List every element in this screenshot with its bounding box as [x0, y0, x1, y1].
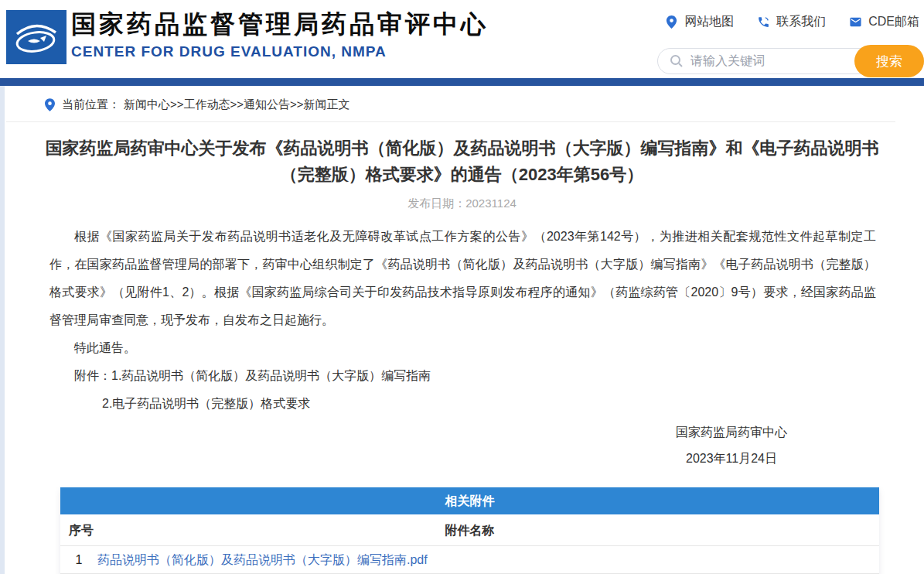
- sitemap-link[interactable]: 网站地图: [665, 14, 734, 30]
- attachment-list-line: 附件：1.药品说明书（简化版）及药品说明书（大字版）编写指南: [49, 362, 876, 390]
- article-paragraph: 根据《国家药监局关于发布药品说明书适老化及无障碍改革试点工作方案的公告》（202…: [49, 223, 876, 334]
- column-header-no: 序号: [69, 514, 94, 546]
- breadcrumb-label: 当前位置：: [62, 97, 120, 112]
- contact-us-link[interactable]: 联系我们: [757, 14, 826, 30]
- site-title-block: 国家药品监督管理局药品审评中心 CENTER FOR DRUG EVALUATI…: [71, 9, 489, 60]
- attachment-link[interactable]: 药品说明书（简化版）及药品说明书（大字版）编写指南.pdf: [97, 546, 428, 574]
- fish-logo-icon: [12, 17, 60, 57]
- location-pin-icon: [665, 15, 678, 29]
- column-header-name: 附件名称: [445, 524, 495, 537]
- signature-org: 国家药监局药审中心: [676, 419, 787, 446]
- search-button[interactable]: 搜索: [854, 45, 924, 77]
- left-edge-strip: [0, 86, 5, 574]
- attachments-table-header: 序号 附件名称: [60, 514, 879, 546]
- breadcrumb: 当前位置： 新闻中心>>工作动态>>通知公告>>新闻正文: [45, 97, 924, 112]
- publish-date-label: 发布日期：: [407, 196, 465, 210]
- signature-date: 2023年11月24日: [676, 446, 787, 472]
- cde-mail-link[interactable]: CDE邮箱: [849, 14, 919, 30]
- header-quick-links: 网站地图 联系我们 CDE邮箱: [665, 14, 919, 30]
- attachments-table-title: 相关附件: [60, 487, 879, 514]
- search-icon: [670, 54, 684, 68]
- publish-date-value: 20231124: [465, 196, 517, 210]
- location-pin-icon: [45, 98, 55, 111]
- breadcrumb-divider: [6, 121, 895, 122]
- site-subtitle: CENTER FOR DRUG EVALUATION, NMPA: [71, 43, 489, 60]
- site-title: 国家药品监督管理局药品审评中心: [71, 9, 489, 39]
- sitemap-link-label: 网站地图: [684, 14, 734, 30]
- attachments-table: 相关附件 序号 附件名称 1 药品说明书（简化版）及药品说明书（大字版）编写指南…: [60, 487, 879, 574]
- article-title: 国家药监局药审中心关于发布《药品说明书（简化版）及药品说明书（大字版）编写指南》…: [45, 135, 879, 188]
- table-row: 1 药品说明书（简化版）及药品说明书（大字版）编写指南.pdf: [60, 546, 879, 574]
- top-divider-bar: [0, 78, 924, 86]
- phone-icon: [757, 15, 770, 29]
- mail-icon: [849, 15, 862, 29]
- breadcrumb-path[interactable]: 新闻中心>>工作动态>>通知公告>>新闻正文: [124, 97, 350, 112]
- article-signature: 国家药监局药审中心 2023年11月24日: [0, 419, 924, 472]
- search-bar: 搜索: [657, 48, 924, 74]
- site-header: 国家药品监督管理局药品审评中心 CENTER FOR DRUG EVALUATI…: [0, 0, 924, 78]
- attachment-list-line: 2.电子药品说明书（完整版）格式要求: [102, 390, 876, 418]
- contact-us-link-label: 联系我们: [776, 14, 826, 30]
- article-body: 根据《国家药监局关于发布药品说明书适老化及无障碍改革试点工作方案的公告》（202…: [49, 223, 876, 418]
- article-paragraph: 特此通告。: [49, 334, 876, 362]
- publish-date: 发布日期：20231124: [0, 196, 924, 211]
- attachment-row-number: 1: [67, 546, 90, 574]
- cde-logo: [6, 10, 66, 64]
- cde-mail-link-label: CDE邮箱: [868, 14, 919, 30]
